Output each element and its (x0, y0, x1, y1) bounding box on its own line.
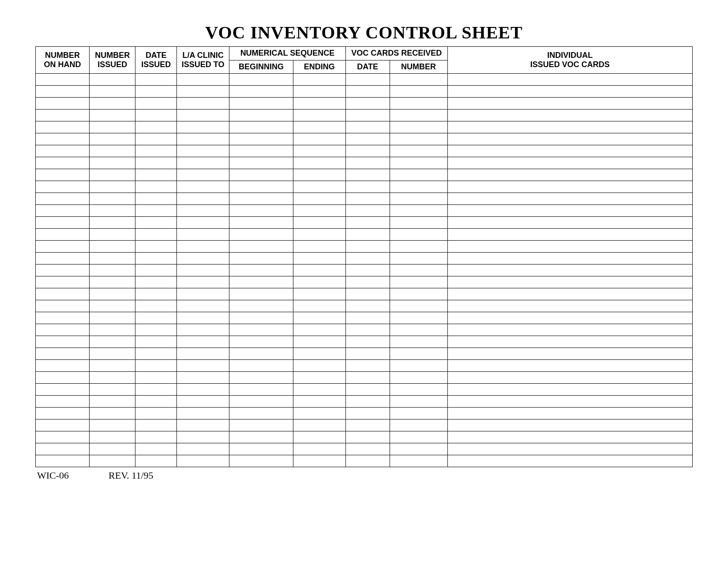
table-cell (390, 360, 447, 372)
table-cell (229, 431, 293, 443)
table-row (36, 360, 693, 372)
table-cell (36, 217, 90, 229)
table-cell (36, 455, 90, 467)
table-row (36, 229, 693, 241)
table-cell (293, 360, 345, 372)
table-cell (90, 74, 135, 86)
table-row (36, 253, 693, 264)
table-cell (447, 348, 692, 360)
table-cell (90, 86, 135, 98)
table-cell (390, 98, 447, 110)
table-cell (90, 169, 135, 181)
table-cell (293, 348, 345, 360)
table-cell (177, 157, 229, 169)
table-cell (345, 276, 390, 288)
table-cell (36, 360, 90, 372)
table-cell (293, 396, 345, 408)
table-cell (390, 229, 447, 241)
table-cell (447, 455, 692, 467)
table-row (36, 86, 693, 98)
table-cell (177, 121, 229, 133)
table-cell (36, 336, 90, 348)
table-cell (390, 253, 447, 264)
table-cell (345, 205, 390, 217)
table-cell (177, 74, 229, 86)
table-cell (229, 205, 293, 217)
table-cell (177, 372, 229, 384)
table-cell (177, 443, 229, 455)
table-cell (36, 276, 90, 288)
table-row (36, 241, 693, 253)
table-cell (229, 217, 293, 229)
table-cell (229, 110, 293, 121)
table-row (36, 98, 693, 110)
table-cell (345, 419, 390, 431)
table-cell (447, 431, 692, 443)
table-cell (36, 300, 90, 312)
table-cell (135, 408, 177, 419)
table-cell (293, 300, 345, 312)
table-cell (390, 264, 447, 276)
table-cell (36, 121, 90, 133)
table-cell (36, 229, 90, 241)
table-cell (447, 157, 692, 169)
table-cell (447, 443, 692, 455)
table-cell (293, 324, 345, 336)
table-cell (135, 276, 177, 288)
table-row (36, 336, 693, 348)
revision: REV. 11/95 (109, 470, 153, 481)
table-cell (177, 431, 229, 443)
table-cell (229, 86, 293, 98)
table-cell (293, 455, 345, 467)
table-cell (90, 133, 135, 145)
table-cell (447, 193, 692, 205)
table-cell (293, 253, 345, 264)
table-cell (90, 288, 135, 300)
header-numerical-sequence: NUMERICAL SEQUENCE (229, 47, 346, 60)
header-la-clinic: L/A CLINIC ISSUED TO (177, 47, 229, 74)
table-row (36, 455, 693, 467)
table-cell (177, 300, 229, 312)
table-cell (229, 193, 293, 205)
table-cell (177, 312, 229, 324)
header-voc-cards-received: VOC CARDS RECEIVED (345, 47, 447, 60)
table-cell (90, 336, 135, 348)
table-cell (90, 110, 135, 121)
table-cell (135, 396, 177, 408)
table-cell (90, 324, 135, 336)
table-cell (135, 205, 177, 217)
table-cell (229, 169, 293, 181)
table-cell (36, 419, 90, 431)
table-cell (229, 229, 293, 241)
table-cell (293, 157, 345, 169)
table-cell (135, 300, 177, 312)
table-cell (177, 276, 229, 288)
table-cell (36, 86, 90, 98)
table-cell (293, 133, 345, 145)
table-cell (90, 205, 135, 217)
table-cell (36, 288, 90, 300)
table-cell (177, 419, 229, 431)
table-cell (90, 229, 135, 241)
table-cell (90, 443, 135, 455)
table-cell (229, 276, 293, 288)
table-cell (390, 455, 447, 467)
table-cell (390, 431, 447, 443)
table-cell (447, 360, 692, 372)
table-row (36, 145, 693, 157)
table-cell (345, 133, 390, 145)
table-cell (390, 396, 447, 408)
table-cell (447, 396, 692, 408)
table-cell (135, 145, 177, 157)
table-cell (390, 384, 447, 396)
table-cell (390, 336, 447, 348)
table-cell (293, 372, 345, 384)
table-cell (447, 276, 692, 288)
table-cell (135, 169, 177, 181)
table-cell (177, 181, 229, 193)
table-cell (36, 396, 90, 408)
table-cell (293, 276, 345, 288)
table-cell (447, 372, 692, 384)
table-cell (293, 443, 345, 455)
table-cell (135, 229, 177, 241)
